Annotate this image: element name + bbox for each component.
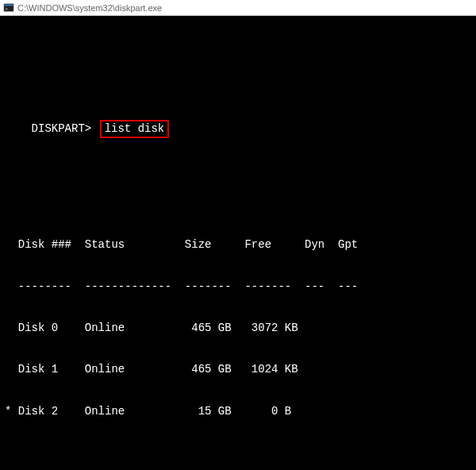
disk-table-header: Disk ### Status Size Free Dyn Gpt [5, 238, 471, 251]
window-titlebar: >_ C:\WINDOWS\system32\diskpart.exe [0, 0, 476, 16]
disk-table-divider: -------- ------------- ------- ------- -… [5, 280, 471, 293]
disk-table-row: * Disk 2 Online 15 GB 0 B [5, 405, 471, 418]
window-title: C:\WINDOWS\system32\diskpart.exe [17, 3, 162, 13]
disk-table-row: Disk 0 Online 465 GB 3072 KB [5, 322, 471, 334]
app-icon: >_ [3, 2, 14, 13]
svg-text:>_: >_ [6, 6, 11, 11]
terminal[interactable]: DISKPART> list disk Disk ### Status Size… [0, 16, 476, 470]
cmd-line-list-disk: DISKPART> list disk [5, 107, 471, 151]
highlight-list-disk: list disk [100, 120, 170, 138]
disk-table-row: Disk 1 Online 465 GB 1024 KB [5, 363, 471, 376]
prompt: DISKPART> [32, 122, 92, 135]
